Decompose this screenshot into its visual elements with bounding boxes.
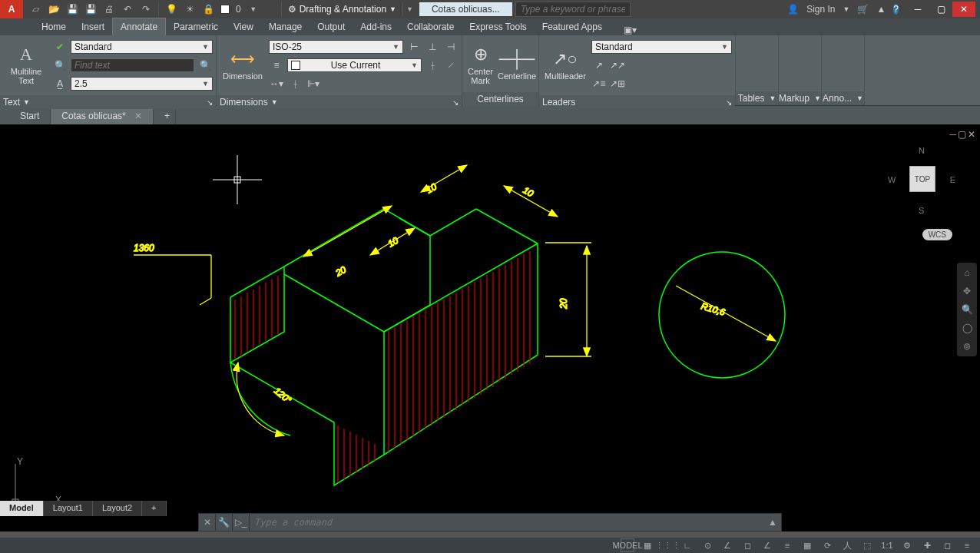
save-icon[interactable]: 💾 <box>66 3 78 15</box>
dim-tool3-icon[interactable]: ⊣ <box>443 39 459 55</box>
start-tab[interactable]: Start <box>9 108 51 124</box>
lock-icon[interactable]: 🔒 <box>202 3 214 15</box>
viewcube-s[interactable]: S <box>919 206 924 215</box>
lineweight-icon[interactable]: ≡ <box>780 538 794 552</box>
plus-icon[interactable]: ✚ <box>920 538 934 552</box>
ribbon-overflow-icon[interactable]: ▣▾ <box>624 25 637 35</box>
multileader-button[interactable]: ↗○ Multileader <box>542 38 588 89</box>
layer-color-swatch[interactable] <box>220 5 230 14</box>
tab-manage[interactable]: Manage <box>261 18 310 35</box>
command-line[interactable]: ✕ 🔧 ▷_ ▲ <box>198 513 782 531</box>
annotation-icon[interactable]: 人 <box>840 538 854 552</box>
add-layout-button[interactable]: + <box>142 501 166 516</box>
dim-tool5-icon[interactable]: ⟋ <box>443 58 459 73</box>
model-space-button[interactable]: MODEL <box>621 538 634 552</box>
text-style-select[interactable]: Standard▼ <box>71 40 213 54</box>
transparency-icon[interactable]: ▦ <box>800 538 814 552</box>
app-logo[interactable]: A <box>0 0 23 18</box>
command-input[interactable] <box>250 515 764 529</box>
dim-tool2-icon[interactable]: ⊥ <box>425 39 440 55</box>
search-input[interactable] <box>515 2 631 17</box>
dimension-button[interactable]: ⟷ Dimension <box>220 38 266 89</box>
customize-icon[interactable]: ≡ <box>960 538 974 552</box>
leader-style-select[interactable]: Standard▼ <box>591 40 732 54</box>
polar-icon[interactable]: ⊙ <box>700 538 714 552</box>
close-button[interactable]: ✕ <box>952 2 975 17</box>
find-icon[interactable]: 🔍 <box>52 58 68 73</box>
tab-close-icon[interactable]: ✕ <box>134 111 142 121</box>
navbar-orbit-icon[interactable]: ◯ <box>962 323 972 333</box>
viewcube[interactable]: TOP N S E W <box>886 143 957 214</box>
viewcube-top-face[interactable]: TOP <box>909 166 935 192</box>
signin-icon[interactable]: 👤 <box>787 4 799 15</box>
maximize-button[interactable]: ▢ <box>929 2 952 17</box>
leader-tool2-icon[interactable]: ↗↗ <box>610 58 625 73</box>
undo-icon[interactable]: ↶ <box>121 3 134 15</box>
snap-icon[interactable]: ⋮⋮⋮ <box>661 538 674 552</box>
layout2-tab[interactable]: Layout2 <box>93 501 142 516</box>
navigation-bar[interactable]: ⌂ ✥ 🔍 ◯ ⊚ <box>957 263 977 356</box>
viewcube-n[interactable]: N <box>919 146 925 155</box>
anno-panel-title[interactable]: Anno... <box>823 93 852 104</box>
file-tab[interactable]: Cotas oblicuas* ✕ <box>51 108 154 124</box>
cmd-expand-icon[interactable]: ▲ <box>764 514 781 531</box>
bulb-icon[interactable]: 💡 <box>165 3 177 15</box>
minimize-button[interactable]: ─ <box>906 2 929 17</box>
cycling-icon[interactable]: ⟳ <box>820 538 834 552</box>
quick-dim-icon[interactable]: ⟊ <box>287 76 303 91</box>
tab-parametric[interactable]: Parametric <box>166 18 226 35</box>
tables-panel-title[interactable]: Tables <box>738 93 765 104</box>
saveas-icon[interactable]: 💾 <box>84 3 97 15</box>
workspace-caret-icon[interactable]: ▼ <box>403 5 416 13</box>
panel-launcher-icon[interactable]: ↘ <box>726 98 732 107</box>
check-icon[interactable]: ✔ <box>52 39 68 55</box>
signin-label[interactable]: Sign In <box>806 4 835 15</box>
viewcube-e[interactable]: E <box>950 175 955 184</box>
caret-down-icon[interactable]: ▼ <box>247 3 260 15</box>
text-height-select[interactable]: 2.5▼ <box>71 77 213 91</box>
drawing-canvas[interactable]: ─ ▢ ✕ <box>0 124 980 531</box>
navbar-wheel-icon[interactable]: ⊚ <box>963 341 971 352</box>
tab-view[interactable]: View <box>226 18 261 35</box>
cmd-config-icon[interactable]: 🔧 <box>216 514 233 531</box>
continue-dim-icon[interactable]: ⊩▾ <box>306 76 321 91</box>
leader-tool4-icon[interactable]: ↗⊞ <box>610 76 625 91</box>
leader-tool3-icon[interactable]: ↗≡ <box>591 76 607 91</box>
find-text-input[interactable] <box>71 58 194 72</box>
tab-featured[interactable]: Featured Apps <box>535 18 610 35</box>
grid-icon[interactable]: ▦ <box>641 538 654 552</box>
navbar-pan-icon[interactable]: ✥ <box>963 286 971 296</box>
center-mark-button[interactable]: ⊕ Center Mark <box>465 38 495 89</box>
ui-config-icon[interactable]: ◻ <box>940 538 954 552</box>
tab-addins[interactable]: Add-ins <box>353 18 399 35</box>
panel-launcher-icon[interactable]: ↘ <box>452 98 459 107</box>
panel-launcher-icon[interactable]: ↘ <box>207 98 213 107</box>
ortho-icon[interactable]: ∟ <box>680 538 694 552</box>
navbar-zoom-icon[interactable]: 🔍 <box>962 304 973 315</box>
dim-tool4-icon[interactable]: ⟊ <box>425 58 440 73</box>
tab-annotate[interactable]: Annotate <box>112 18 166 35</box>
isodraft-icon[interactable]: ∠ <box>720 538 734 552</box>
multiline-text-button[interactable]: A Multiline Text <box>3 38 49 89</box>
redo-icon[interactable]: ↷ <box>140 3 152 15</box>
plot-icon[interactable]: 🖨 <box>103 3 115 15</box>
workspace-switcher[interactable]: ⚙ Drafting & Annotation ▼ <box>281 2 403 16</box>
leader-tool1-icon[interactable]: ↗ <box>591 58 607 73</box>
open-icon[interactable]: 📂 <box>48 3 60 15</box>
sun-icon[interactable]: ☀ <box>184 3 196 15</box>
add-tab-button[interactable]: + <box>154 108 176 124</box>
help-icon[interactable]: ? <box>893 4 899 15</box>
osnap-icon[interactable]: ◻ <box>740 538 754 552</box>
tab-collaborate[interactable]: Collaborate <box>399 18 462 35</box>
cart-icon[interactable]: 🛒 <box>857 4 869 15</box>
gear-icon[interactable]: ⚙ <box>900 538 914 552</box>
dim-layer-select[interactable]: Use Current▼ <box>287 58 422 72</box>
wcs-badge[interactable]: WCS <box>922 229 952 240</box>
linear-dim-icon[interactable]: ↔▾ <box>269 76 284 91</box>
markup-panel-title[interactable]: Markup <box>779 93 809 104</box>
dim-style-select[interactable]: ISO-25▼ <box>269 40 403 54</box>
navbar-home-icon[interactable]: ⌂ <box>964 267 969 278</box>
centerline-button[interactable]: ─┼─ Centerline <box>498 38 535 89</box>
dim-tool1-icon[interactable]: ⊢ <box>406 39 422 55</box>
tab-output[interactable]: Output <box>310 18 353 35</box>
